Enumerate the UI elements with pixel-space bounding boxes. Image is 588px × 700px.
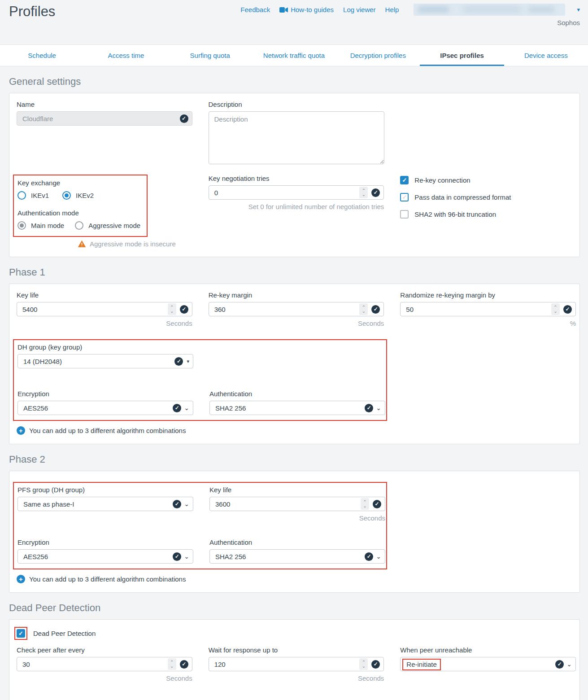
- chevron-down-icon: ⌄: [184, 501, 189, 507]
- p1-encryption-label: Encryption: [17, 390, 193, 398]
- valid-check-icon: ✓: [555, 660, 564, 669]
- radio-main-mode[interactable]: Main mode: [17, 221, 64, 230]
- pass-data-compressed-checkbox[interactable]: ✓ Pass data in compressed format: [400, 193, 576, 201]
- unreachable-value-highlight-box: Re-initiate: [402, 659, 441, 670]
- key-negotiation-tries-input[interactable]: 0 ⌃⌄ ✓: [209, 185, 384, 200]
- phase2-title: Phase 2: [9, 454, 580, 465]
- radio-selected-icon: [62, 191, 71, 200]
- warning-triangle-icon: [78, 241, 86, 247]
- description-label: Description: [209, 101, 384, 108]
- tab-network-traffic-quota[interactable]: Network traffic quota: [252, 45, 336, 66]
- p1-key-life-label: Key life: [17, 291, 192, 299]
- p1-rekey-margin-input[interactable]: 360 ⌃⌄ ✓: [209, 302, 384, 316]
- tab-schedule[interactable]: Schedule: [0, 45, 84, 66]
- key-exchange-label: Key exchange: [17, 179, 144, 187]
- dpd-enable-label: Dead Peer Detection: [33, 630, 96, 637]
- radio-aggressive-mode[interactable]: Aggressive mode: [75, 221, 140, 230]
- tab-access-time[interactable]: Access time: [84, 45, 168, 66]
- p1-authentication-label: Authentication: [209, 390, 385, 398]
- dpd-enable-checkbox[interactable]: ✓: [17, 629, 25, 638]
- number-stepper[interactable]: ⌃⌄: [551, 303, 560, 315]
- number-stepper[interactable]: ⌃⌄: [359, 303, 368, 315]
- valid-check-icon: ✓: [365, 552, 373, 561]
- phase1-title: Phase 1: [9, 267, 580, 278]
- p1-rekey-margin-label: Re-key margin: [209, 291, 384, 299]
- aggressive-mode-warning: Aggressive mode is insecure: [78, 240, 192, 248]
- tab-bar: Schedule Access time Surfing quota Netwo…: [0, 44, 588, 66]
- phase2-card: PFS group (DH group) Same as phase-I ✓ ⌄…: [9, 471, 580, 593]
- sha2-truncation-checkbox[interactable]: SHA2 with 96-bit truncation: [400, 210, 576, 219]
- chevron-down-icon: ⌄: [184, 553, 189, 560]
- tab-ipsec-profiles[interactable]: IPsec profiles: [420, 45, 504, 66]
- triangle-down-icon: ▾: [187, 359, 189, 364]
- p1-key-life-unit: Seconds: [17, 319, 192, 327]
- number-stepper[interactable]: ⌃⌄: [359, 187, 368, 198]
- radio-selected-icon: [17, 221, 26, 230]
- valid-check-icon: ✓: [174, 357, 183, 366]
- number-stepper[interactable]: ⌃⌄: [359, 658, 368, 670]
- p1-randomize-unit: %: [400, 319, 576, 327]
- p2-encryption-select[interactable]: AES256 ✓ ⌄: [17, 549, 193, 564]
- plus-circle-icon[interactable]: +: [17, 426, 25, 435]
- redacted-text: [528, 6, 555, 13]
- dpd-wait-response-input[interactable]: 120 ⌃⌄ ✓: [209, 657, 384, 671]
- valid-check-icon: ✓: [180, 114, 188, 123]
- valid-check-icon: ✓: [365, 404, 373, 412]
- feedback-link[interactable]: Feedback: [240, 6, 270, 13]
- chevron-down-icon: ⌄: [376, 553, 381, 560]
- dpd-check-peer-input[interactable]: 30 ⌃⌄ ✓: [17, 657, 192, 671]
- dpd-checkbox-highlight-box: ✓: [14, 627, 27, 640]
- phase1-algorithms-highlight-box: DH group (key group) 14 (DH2048) ✓ ▾ Enc…: [13, 339, 387, 421]
- number-stepper[interactable]: ⌃⌄: [168, 658, 176, 670]
- p1-add-combination[interactable]: + You can add up to 3 different algorith…: [17, 426, 576, 435]
- checkbox-checked-icon: ✓: [400, 176, 409, 184]
- help-link[interactable]: Help: [385, 6, 399, 13]
- p1-authentication-select[interactable]: SHA2 256 ✓ ⌄: [209, 401, 385, 415]
- account-selector[interactable]: [414, 4, 565, 16]
- p2-pfs-group-select[interactable]: Same as phase-I ✓ ⌄: [17, 497, 193, 511]
- tab-surfing-quota[interactable]: Surfing quota: [168, 45, 252, 66]
- radio-ikev2[interactable]: IKEv2: [62, 191, 94, 200]
- dpd-check-peer-label: Check peer after every: [17, 646, 192, 654]
- rekey-connection-checkbox[interactable]: ✓ Re-key connection: [400, 176, 576, 184]
- tab-device-access[interactable]: Device access: [504, 45, 588, 66]
- chevron-down-icon[interactable]: ▾: [577, 6, 580, 13]
- dpd-wait-response-unit: Seconds: [209, 674, 384, 682]
- plus-circle-icon[interactable]: +: [17, 575, 25, 583]
- p2-add-combination[interactable]: + You can add up to 3 different algorith…: [17, 575, 576, 583]
- brand-label: Sophos: [557, 19, 580, 26]
- dpd-wait-response-label: Wait for response up to: [209, 646, 384, 654]
- video-camera-icon: [279, 7, 288, 13]
- p1-encryption-select[interactable]: AES256 ✓ ⌄: [17, 401, 193, 415]
- log-viewer-link[interactable]: Log viewer: [343, 6, 376, 13]
- valid-check-icon: ✓: [173, 404, 181, 412]
- header-right: Feedback How-to guides Log viewer Help ▾…: [240, 4, 580, 26]
- radio-icon: [17, 191, 26, 200]
- dpd-title: Dead Peer Detection: [9, 602, 580, 614]
- general-settings-card: Name Cloudflare ✓ Description Key exchan…: [9, 93, 580, 257]
- dpd-check-peer-unit: Seconds: [17, 674, 192, 682]
- p2-authentication-select[interactable]: SHA2 256 ✓ ⌄: [209, 549, 385, 564]
- number-stepper[interactable]: ⌃⌄: [361, 498, 369, 510]
- tab-decryption-profiles[interactable]: Decryption profiles: [336, 45, 420, 66]
- negotiation-hint: Set 0 for unlimited number of negotiatio…: [209, 203, 384, 210]
- radio-ikev1[interactable]: IKEv1: [17, 191, 49, 200]
- p2-key-life-input[interactable]: 3600 ⌃⌄ ✓: [209, 497, 385, 511]
- p2-key-life-unit: Seconds: [209, 514, 385, 522]
- general-settings-title: General settings: [9, 76, 580, 88]
- p1-key-life-input[interactable]: 5400 ⌃⌄ ✓: [17, 302, 192, 316]
- number-stepper[interactable]: ⌃⌄: [168, 303, 176, 315]
- chevron-down-icon: ⌄: [566, 661, 572, 667]
- how-to-guides-link[interactable]: How-to guides: [279, 6, 334, 13]
- redacted-text: [418, 6, 449, 13]
- p1-randomize-input[interactable]: 50 ⌃⌄ ✓: [400, 302, 576, 316]
- description-textarea[interactable]: [209, 111, 384, 164]
- name-input[interactable]: Cloudflare ✓: [17, 111, 192, 126]
- valid-check-icon: ✓: [371, 305, 380, 314]
- dpd-unreachable-select[interactable]: Re-initiate ✓ ⌄: [400, 657, 576, 671]
- redacted-text: [463, 6, 521, 13]
- p1-dh-group-select[interactable]: 14 (DH2048) ✓ ▾: [17, 354, 193, 368]
- valid-check-icon: ✓: [371, 660, 380, 669]
- p1-dh-group-label: DH group (key group): [17, 343, 193, 351]
- key-negotiation-tries-label: Key negotiation tries: [209, 175, 384, 182]
